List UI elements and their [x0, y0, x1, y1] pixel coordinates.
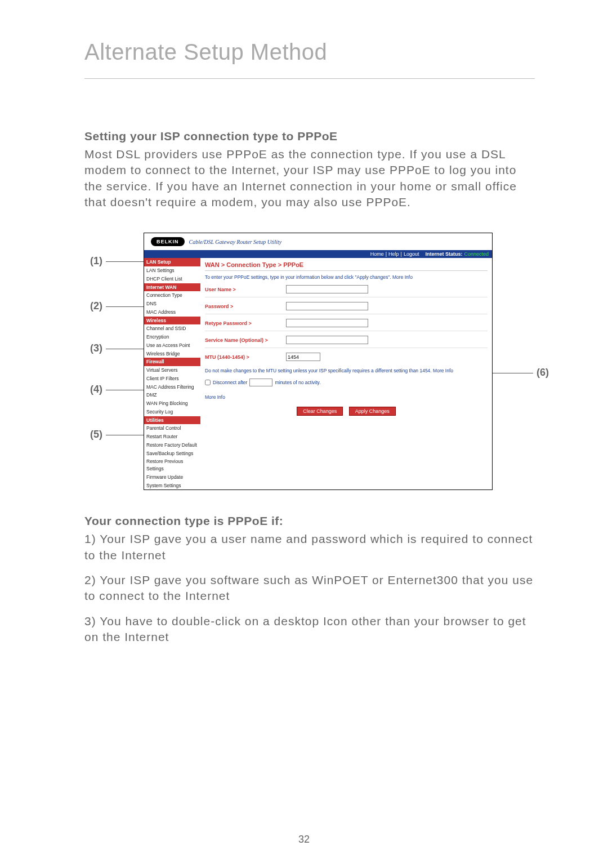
sidebar-item[interactable]: Client IP Filters [144, 375, 200, 383]
sidebar-item[interactable]: Parental Control [144, 424, 200, 433]
top-nav-bar: Home| Help| Logout Internet Status: Conn… [144, 250, 492, 258]
sidebar-category: Utilities [144, 416, 200, 425]
router-admin-window: BELKIN Cable/DSL Gateway Router Setup Ut… [144, 233, 493, 490]
sidebar-category: Wireless [144, 317, 200, 325]
more-info-link-2[interactable]: More Info [433, 368, 453, 373]
disconnect-checkbox[interactable] [205, 380, 211, 385]
sidebar-item[interactable]: DNS [144, 300, 200, 308]
sidebar-category: Internet WAN [144, 283, 200, 292]
sidebar-item[interactable]: Connection Type [144, 291, 200, 300]
sidebar-item[interactable]: DMZ [144, 391, 200, 399]
pppoe-checklist: 1) Your ISP gave you a user name and pas… [84, 531, 535, 645]
disconnect-label-pre: Disconnect after [213, 380, 247, 385]
more-info-link-1[interactable]: More Info [392, 274, 413, 280]
sidebar-item[interactable]: System Settings [144, 482, 200, 490]
router-admin-screenshot-figure: (1) (2) (3) (4) (5) (6) BELKIN Cable/DSL… [96, 233, 524, 486]
section-heading-if: Your connection type is PPPoE if: [84, 514, 535, 528]
sidebar-item[interactable]: Restart Router [144, 433, 200, 441]
sidebar-item[interactable]: Save/Backup Settings [144, 449, 200, 458]
sidebar-item[interactable]: Restore Previous Settings [144, 457, 200, 473]
service-name-label: Service Name (Optional) > [205, 337, 284, 343]
nav-home[interactable]: Home [370, 251, 384, 257]
sidebar-item[interactable]: WAN Ping Blocking [144, 399, 200, 408]
sidebar-category: Firewall [144, 358, 200, 366]
content-panel: WAN > Connection Type > PPPoE To enter y… [200, 258, 492, 489]
page-title: Alternate Setup Method [84, 39, 535, 79]
callout-3: (3) [90, 342, 102, 354]
sidebar-item[interactable]: Channel and SSID [144, 324, 200, 333]
username-input[interactable] [286, 285, 368, 293]
belkin-logo: BELKIN [151, 237, 185, 246]
password-label: Password > [205, 304, 284, 309]
pppoe-intro-paragraph: Most DSL providers use PPPoE as the conn… [84, 146, 535, 210]
callout-5: (5) [90, 429, 102, 440]
status-value: Connected [464, 251, 489, 257]
sidebar-item[interactable]: Security Log [144, 408, 200, 416]
sidebar-item[interactable]: DHCP Client List [144, 275, 200, 283]
sidebar-item[interactable]: Use as Access Point [144, 341, 200, 350]
password-input[interactable] [286, 302, 368, 310]
panel-instruction: To enter your PPPoE settings, type in yo… [205, 274, 488, 281]
disconnect-label-post: minutes of no activity. [275, 380, 320, 385]
callout-6: (6) [537, 367, 549, 379]
sidebar-item[interactable]: Virtual Servers [144, 366, 200, 375]
disconnect-minutes-input[interactable] [249, 379, 272, 386]
callout-4: (4) [90, 384, 102, 395]
checklist-item-1: 1) Your ISP gave you a user name and pas… [84, 531, 535, 563]
checklist-item-2: 2) Your ISP gave you software such as Wi… [84, 572, 535, 604]
service-name-input[interactable] [286, 336, 368, 344]
username-label: User Name > [205, 287, 284, 292]
sidebar-item[interactable]: MAC Address [144, 308, 200, 317]
sidebar-category: LAN Setup [144, 258, 200, 266]
retype-password-input[interactable] [286, 319, 368, 327]
sidebar-item[interactable]: MAC Address Filtering [144, 383, 200, 391]
retype-password-label: Retype Password > [205, 321, 284, 326]
page-number: 32 [0, 834, 608, 845]
utility-title: Cable/DSL Gateway Router Setup Utility [189, 239, 282, 245]
sidebar-item[interactable]: LAN Settings [144, 266, 200, 275]
mtu-label: MTU (1440-1454) > [205, 354, 284, 360]
breadcrumb: WAN > Connection Type > PPPoE [205, 258, 488, 271]
mtu-input[interactable] [286, 353, 320, 361]
more-info-link-3[interactable]: More Info [205, 394, 488, 400]
callout-2: (2) [90, 300, 102, 312]
sidebar-item[interactable]: Wireless Bridge [144, 350, 200, 358]
nav-help[interactable]: Help [388, 251, 399, 257]
callout-1: (1) [90, 255, 102, 267]
section-heading-pppoe: Setting your ISP connection type to PPPo… [84, 130, 535, 143]
checklist-item-3: 3) You have to double-click on a desktop… [84, 613, 535, 646]
apply-changes-button[interactable]: Apply Changes [349, 407, 396, 416]
clear-changes-button[interactable]: Clear Changes [297, 407, 343, 416]
status-label: Internet Status: [425, 251, 462, 257]
sidebar-item[interactable]: Restore Factory Default [144, 441, 200, 449]
sidebar-nav: LAN SetupLAN SettingsDHCP Client ListInt… [144, 258, 200, 489]
nav-logout[interactable]: Logout [404, 251, 419, 257]
sidebar-item[interactable]: Encryption [144, 333, 200, 341]
mtu-note: Do not make changes to the MTU setting u… [205, 368, 488, 374]
sidebar-item[interactable]: Firmware Update [144, 473, 200, 482]
